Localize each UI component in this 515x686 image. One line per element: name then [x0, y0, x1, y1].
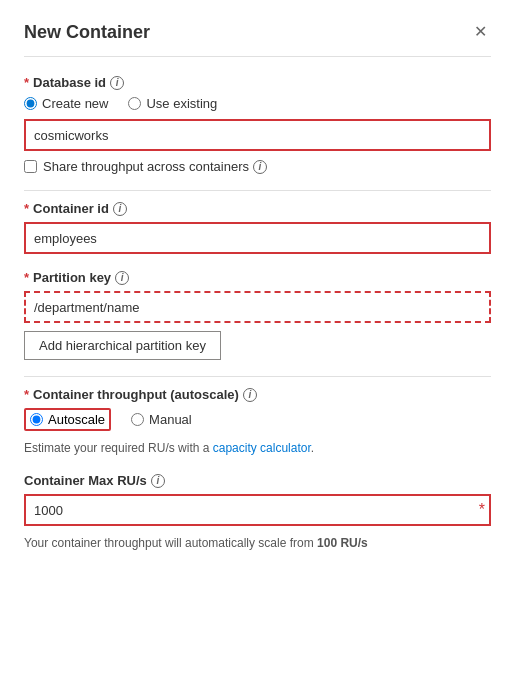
- container-id-input[interactable]: [24, 222, 491, 254]
- scale-note: Your container throughput will automatic…: [24, 534, 491, 552]
- container-throughput-section: * Container throughput (autoscale) i Aut…: [24, 387, 491, 457]
- max-ru-info-icon[interactable]: i: [151, 474, 165, 488]
- close-button[interactable]: ✕: [470, 20, 491, 44]
- throughput-info-icon[interactable]: i: [243, 388, 257, 402]
- share-throughput-info-icon[interactable]: i: [253, 160, 267, 174]
- estimate-text: Estimate your required RU/s with a capac…: [24, 439, 491, 457]
- add-hierarchical-key-button[interactable]: Add hierarchical partition key: [24, 331, 221, 360]
- container-id-info-icon[interactable]: i: [113, 202, 127, 216]
- required-star-partition: *: [24, 270, 29, 285]
- dialog-title: New Container: [24, 22, 150, 43]
- database-id-section: * Database id i Create new Use existing …: [24, 75, 491, 174]
- radio-manual[interactable]: [131, 413, 144, 426]
- container-id-section: * Container id i: [24, 201, 491, 254]
- throughput-radio-group: Autoscale Manual: [24, 408, 491, 431]
- database-id-label: * Database id i: [24, 75, 491, 90]
- radio-manual-label[interactable]: Manual: [131, 412, 192, 427]
- partition-key-label: * Partition key i: [24, 270, 491, 285]
- radio-autoscale-label[interactable]: Autoscale: [24, 408, 111, 431]
- share-throughput-checkbox[interactable]: [24, 160, 37, 173]
- dialog-header: New Container ✕: [24, 20, 491, 57]
- partition-key-section: * Partition key i Add hierarchical parti…: [24, 270, 491, 360]
- new-container-dialog: New Container ✕ * Database id i Create n…: [0, 0, 515, 686]
- max-ru-label: Container Max RU/s i: [24, 473, 491, 488]
- max-ru-input[interactable]: [24, 494, 491, 526]
- required-star-db: *: [24, 75, 29, 90]
- share-throughput-label: Share throughput across containers i: [43, 159, 267, 174]
- max-ru-input-wrapper: *: [24, 494, 491, 526]
- database-id-info-icon[interactable]: i: [110, 76, 124, 90]
- max-ru-section: Container Max RU/s i * Your container th…: [24, 473, 491, 552]
- database-id-radio-group: Create new Use existing: [24, 96, 491, 111]
- radio-use-existing[interactable]: Use existing: [128, 96, 217, 111]
- required-star-ru: *: [479, 501, 485, 519]
- partition-key-input[interactable]: [24, 291, 491, 323]
- required-star-throughput: *: [24, 387, 29, 402]
- container-id-label: * Container id i: [24, 201, 491, 216]
- radio-autoscale[interactable]: [30, 413, 43, 426]
- capacity-calculator-link[interactable]: capacity calculator: [213, 441, 311, 455]
- required-star-container: *: [24, 201, 29, 216]
- share-throughput-row: Share throughput across containers i: [24, 159, 491, 174]
- throughput-label: * Container throughput (autoscale) i: [24, 387, 491, 402]
- radio-create-new[interactable]: Create new: [24, 96, 108, 111]
- partition-key-info-icon[interactable]: i: [115, 271, 129, 285]
- database-id-input[interactable]: [24, 119, 491, 151]
